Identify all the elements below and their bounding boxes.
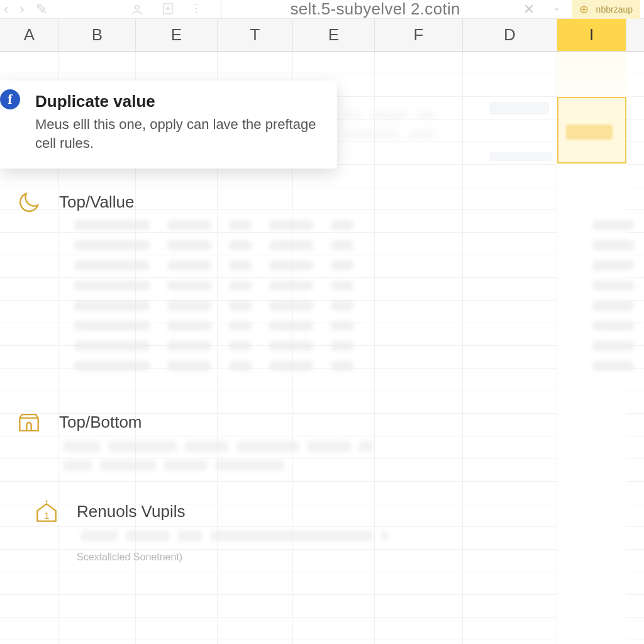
forward-icon[interactable]: › <box>19 1 24 18</box>
rule-title: Top/Vallue <box>59 192 634 212</box>
blurred-content <box>566 125 613 140</box>
plus-icon: ⊕ <box>579 3 589 16</box>
col-header[interactable]: T <box>218 19 293 51</box>
svg-text:1: 1 <box>44 511 49 521</box>
col-header-active[interactable]: I <box>557 19 626 51</box>
tooltip-title: Duplicate value <box>35 92 319 111</box>
draw-icon[interactable]: ✎ <box>36 1 47 18</box>
close-tab-icon[interactable]: ✕ <box>523 1 535 18</box>
col-header[interactable]: E <box>293 19 375 51</box>
column-header-row: A B E T E F D I <box>0 19 644 52</box>
svg-point-0 <box>135 5 139 9</box>
rule-title: Top/Bottom <box>59 413 634 432</box>
gate-icon <box>14 408 44 438</box>
more-icon[interactable]: ⋮ <box>191 1 202 18</box>
top-toolbar: ‹ › ✎ ⋮ selt.5-subyelvel 2.cotin ✕ ⊕ nbb… <box>0 0 644 19</box>
new-tab-label: nbbrzaup <box>596 4 633 14</box>
tooltip-body: Meus elll this one, opply can lave the p… <box>35 115 319 153</box>
blurred-content <box>489 102 549 114</box>
new-tab-button[interactable]: ⊕ nbbrzaup <box>572 0 640 19</box>
col-header[interactable]: B <box>59 19 136 51</box>
account-icon[interactable] <box>129 1 145 18</box>
rule-renuols-vupils[interactable]: 1 Renuols Vupils Scextallcled Sonetnent) <box>14 502 634 563</box>
spreadsheet-grid[interactable]: f Duplicate value Meus elll this one, op… <box>0 52 644 644</box>
rule-top-bottom[interactable]: Top/Bottom <box>14 413 634 476</box>
rule-subcaption: Scextallcled Sonetnent) <box>77 552 634 563</box>
blurred-content <box>59 438 634 476</box>
download-icon[interactable] <box>160 1 175 18</box>
col-header[interactable]: D <box>463 19 557 51</box>
moon-icon <box>14 187 44 218</box>
rule-title: Renuols Vupils <box>77 502 634 521</box>
tooltip-duplicate-value: f Duplicate value Meus elll this one, op… <box>0 80 337 169</box>
address-bar-text: selt.5-subyelvel 2.cotin <box>291 0 460 19</box>
address-bar[interactable]: selt.5-subyelvel 2.cotin <box>240 1 511 18</box>
blurred-content <box>489 152 552 161</box>
blurred-content <box>77 528 634 547</box>
col-header[interactable]: F <box>375 19 463 51</box>
info-badge-icon: f <box>0 89 20 109</box>
blurred-data-table <box>74 215 634 376</box>
back-icon[interactable]: ‹ <box>4 1 8 18</box>
rule-top-value[interactable]: Top/Vallue <box>14 192 634 212</box>
house-1-icon: 1 <box>31 497 62 527</box>
dropdown-icon[interactable] <box>551 4 562 15</box>
col-header[interactable]: E <box>136 19 218 51</box>
col-header[interactable]: A <box>0 19 59 51</box>
